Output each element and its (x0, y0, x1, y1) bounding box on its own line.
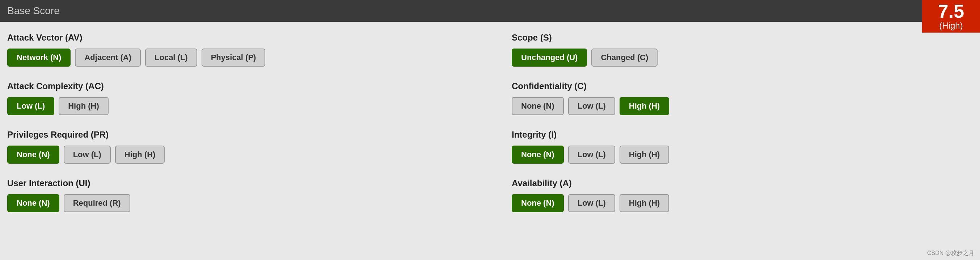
btn-availability-1[interactable]: Low (L) (568, 194, 615, 212)
right-panel: Scope (S)Unchanged (U)Changed (C)Confide… (490, 33, 973, 227)
btn-user-interaction-0[interactable]: None (N) (7, 194, 59, 212)
btn-attack-vector-1[interactable]: Adjacent (A) (75, 48, 141, 67)
section-integrity: Integrity (I)None (N)Low (L)High (H) (512, 130, 973, 164)
section-title-availability: Availability (A) (512, 178, 973, 188)
btn-attack-vector-3[interactable]: Physical (P) (202, 48, 266, 67)
btn-confidentiality-2[interactable]: High (H) (620, 97, 670, 115)
btn-attack-vector-2[interactable]: Local (L) (145, 48, 197, 67)
section-user-interaction: User Interaction (UI)None (N)Required (R… (7, 178, 468, 212)
section-attack-vector: Attack Vector (AV)Network (N)Adjacent (A… (7, 33, 468, 67)
footer-note: CSDN @攻步之月 (927, 249, 974, 257)
left-panel: Attack Vector (AV)Network (N)Adjacent (A… (7, 33, 490, 227)
header-title: Base Score (7, 5, 60, 17)
section-title-confidentiality: Confidentiality (C) (512, 81, 973, 91)
button-group-availability: None (N)Low (L)High (H) (512, 194, 973, 212)
btn-confidentiality-1[interactable]: Low (L) (568, 97, 615, 115)
btn-availability-0[interactable]: None (N) (512, 194, 564, 212)
score-badge: 7.5 (High) (922, 0, 980, 33)
btn-privileges-required-1[interactable]: Low (L) (64, 145, 111, 164)
score-value: 7.5 (938, 2, 964, 21)
section-privileges-required: Privileges Required (PR)None (N)Low (L)H… (7, 130, 468, 164)
button-group-attack-complexity: Low (L)High (H) (7, 97, 468, 115)
button-group-attack-vector: Network (N)Adjacent (A)Local (L)Physical… (7, 48, 468, 67)
button-group-confidentiality: None (N)Low (L)High (H) (512, 97, 973, 115)
section-attack-complexity: Attack Complexity (AC)Low (L)High (H) (7, 81, 468, 115)
section-confidentiality: Confidentiality (C)None (N)Low (L)High (… (512, 81, 973, 115)
btn-privileges-required-0[interactable]: None (N) (7, 145, 59, 164)
btn-integrity-1[interactable]: Low (L) (568, 145, 615, 164)
button-group-scope: Unchanged (U)Changed (C) (512, 48, 973, 67)
header: Base Score 7.5 (High) (0, 0, 980, 22)
btn-user-interaction-1[interactable]: Required (R) (64, 194, 130, 212)
btn-attack-complexity-1[interactable]: High (H) (59, 97, 108, 115)
section-availability: Availability (A)None (N)Low (L)High (H) (512, 178, 973, 212)
section-title-attack-vector: Attack Vector (AV) (7, 33, 468, 43)
section-title-integrity: Integrity (I) (512, 130, 973, 140)
btn-privileges-required-2[interactable]: High (H) (115, 145, 165, 164)
button-group-privileges-required: None (N)Low (L)High (H) (7, 145, 468, 164)
btn-integrity-0[interactable]: None (N) (512, 145, 564, 164)
section-title-attack-complexity: Attack Complexity (AC) (7, 81, 468, 91)
section-scope: Scope (S)Unchanged (U)Changed (C) (512, 33, 973, 67)
section-title-privileges-required: Privileges Required (PR) (7, 130, 468, 140)
section-title-scope: Scope (S) (512, 33, 973, 43)
btn-scope-0[interactable]: Unchanged (U) (512, 48, 587, 67)
button-group-integrity: None (N)Low (L)High (H) (512, 145, 973, 164)
btn-attack-vector-0[interactable]: Network (N) (7, 48, 70, 67)
button-group-user-interaction: None (N)Required (R) (7, 194, 468, 212)
btn-availability-2[interactable]: High (H) (620, 194, 670, 212)
section-title-user-interaction: User Interaction (UI) (7, 178, 468, 188)
btn-integrity-2[interactable]: High (H) (620, 145, 670, 164)
btn-scope-1[interactable]: Changed (C) (591, 48, 657, 67)
btn-confidentiality-0[interactable]: None (N) (512, 97, 564, 115)
btn-attack-complexity-0[interactable]: Low (L) (7, 97, 54, 115)
score-label: (High) (939, 21, 963, 31)
